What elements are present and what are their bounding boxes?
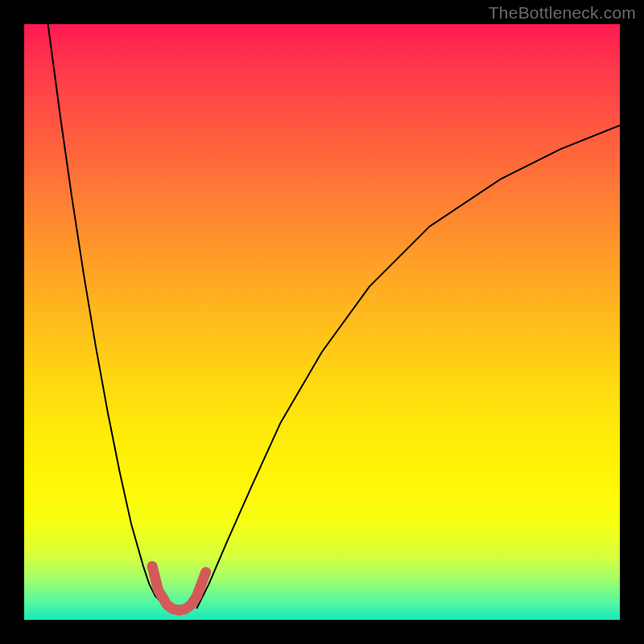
- trough-marker: [152, 566, 206, 610]
- curve-svg: [24, 24, 620, 620]
- curve-left: [48, 24, 167, 608]
- chart-frame: TheBottleneck.com: [0, 0, 644, 644]
- curve-right: [197, 126, 620, 608]
- watermark-text: TheBottleneck.com: [489, 3, 636, 23]
- plot-area: [24, 24, 620, 620]
